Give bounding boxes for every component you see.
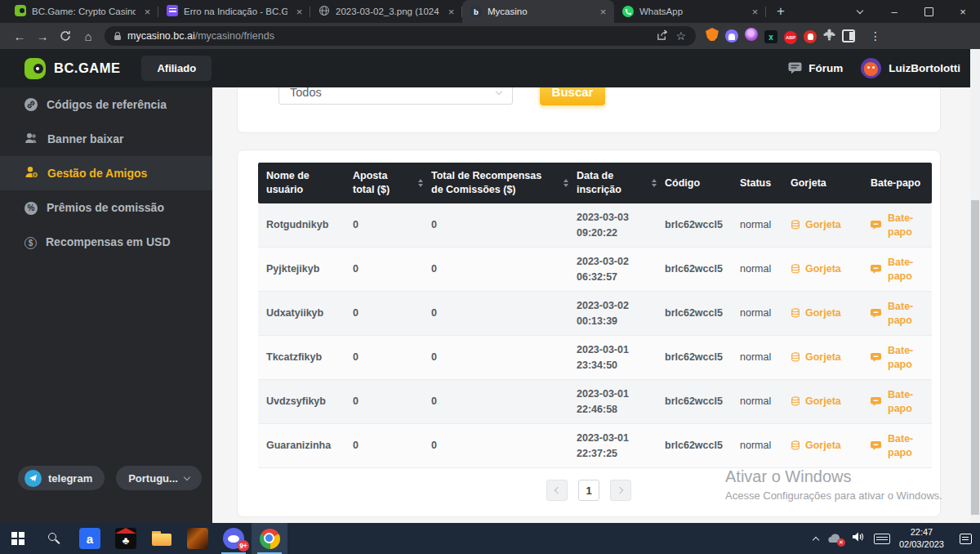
telegram-button[interactable]: telegram [18, 466, 105, 490]
cell-bet-total: 0 [345, 438, 423, 453]
forward-icon[interactable]: → [31, 25, 54, 47]
sidebar-item-percent[interactable]: %Prêmios de comissão [0, 190, 212, 225]
tip-link[interactable]: Gorjeta [782, 438, 862, 453]
forum-link[interactable]: Fórum [788, 62, 843, 74]
hand-blocker-icon[interactable] [804, 29, 817, 43]
sidebar-item-users[interactable]: Banner baixar [0, 122, 212, 156]
taskbar-start-button[interactable] [0, 523, 36, 554]
bookmark-star-icon[interactable]: ☆ [675, 29, 686, 42]
chat-link[interactable]: Bate-papo [862, 388, 932, 416]
scrollbar-track[interactable] [970, 49, 980, 523]
touch-keyboard-icon[interactable] [874, 534, 890, 544]
new-tab-button[interactable]: + [769, 0, 792, 23]
tip-link[interactable]: Gorjeta [782, 350, 862, 365]
taskbar-forge-button[interactable] [180, 523, 216, 554]
tab-search-icon[interactable] [843, 0, 877, 23]
browser-tab[interactable]: Erro na Indicação - BC.Game× [158, 0, 310, 23]
cell-status: normal [732, 394, 782, 409]
pagination-current-page[interactable]: 1 [578, 480, 599, 501]
taskbar-chrome-button[interactable] [252, 523, 287, 554]
brand[interactable]: BC.GAME [24, 58, 120, 79]
taskbar-search-button[interactable] [36, 523, 72, 554]
tab-close-icon[interactable]: × [293, 6, 305, 18]
chat-inner: Bate-papo [871, 432, 932, 460]
chat-link[interactable]: Bate-papo [862, 300, 932, 328]
globe-favicon-icon [318, 5, 330, 18]
puzzle-icon[interactable] [823, 29, 835, 44]
chat-link[interactable]: Bate-papo [862, 256, 932, 284]
table-row: Pyjktejikyb002023-03-0206:32:57brlc62wcc… [258, 248, 932, 292]
minimize-button[interactable]: – [877, 0, 911, 23]
pagination-next-button[interactable] [610, 480, 631, 501]
tip-inner: Gorjeta [791, 217, 862, 233]
action-center-icon[interactable] [960, 534, 972, 544]
share-icon[interactable] [657, 29, 669, 43]
taskbar-discord-button[interactable]: 9+ [216, 523, 252, 554]
chat-link[interactable]: Bate-papo [862, 344, 932, 372]
brand-name: BC.GAME [54, 60, 120, 76]
menu-dots-icon[interactable]: ⋮ [868, 29, 883, 43]
phantom-icon[interactable] [725, 29, 738, 43]
browser-tab[interactable]: bMycasino× [462, 0, 614, 23]
sidebar-item-label: Gestão de Amigos [47, 167, 147, 180]
tip-link[interactable]: Gorjeta [782, 306, 862, 321]
table-row: Udxatyiikyb002023-03-0200:13:39brlc62wcc… [258, 292, 932, 336]
sidebar-item-link[interactable]: Códigos de referência [0, 87, 212, 122]
browser-tab[interactable]: WhatsApp× [614, 0, 766, 23]
tab-title: 2023-03-02_3.png (1024×76 [336, 7, 439, 16]
table-row: Rotgudnikyb002023-03-0309:20:22brlc62wcc… [258, 203, 932, 248]
network-disconnected-icon[interactable]: ✕ [827, 533, 843, 544]
swirl-icon[interactable] [745, 28, 758, 44]
tab-close-icon[interactable]: × [141, 6, 154, 18]
username[interactable]: LuizBortolotti [889, 62, 960, 74]
affiliate-badge[interactable]: Afiliado [141, 56, 212, 81]
taskbar-casino-button[interactable]: ♣ [108, 523, 144, 554]
table-row: Guaranizinha002023-03-0122:37:25brlc62wc… [258, 424, 932, 468]
taskbar-amd-button[interactable]: a [72, 523, 108, 554]
cell-status: normal [732, 306, 782, 321]
reload-icon[interactable] [54, 25, 77, 47]
sidebar-item-label: Prêmios de comissão [47, 201, 164, 214]
tip-link[interactable]: Gorjeta [782, 261, 862, 277]
taskbar-explorer-button[interactable] [144, 523, 180, 554]
tray-expand-icon[interactable] [813, 536, 819, 543]
cell-code: brlc62wccl5 [657, 350, 732, 365]
tip-link[interactable]: Gorjeta [782, 394, 862, 409]
user-avatar[interactable] [861, 58, 881, 78]
close-window-button[interactable]: × [946, 0, 980, 23]
tab-close-icon[interactable]: × [749, 6, 761, 18]
telegram-label: telegram [48, 472, 92, 485]
chat-inner: Bate-papo [871, 256, 932, 284]
filter-select[interactable]: Todos [278, 87, 513, 105]
adblock-icon[interactable]: ABP [784, 28, 797, 44]
back-icon[interactable]: ← [8, 25, 31, 47]
maximize-button[interactable] [911, 0, 946, 23]
metamask-icon[interactable] [706, 28, 719, 44]
percent-icon: % [24, 200, 38, 215]
tab-close-icon[interactable]: × [597, 6, 609, 18]
split-screen-icon[interactable] [842, 29, 855, 43]
volume-icon[interactable] [852, 531, 865, 546]
signup-date: 2023-03-02 [577, 254, 657, 270]
scrollbar-thumb[interactable] [971, 200, 979, 515]
cell-bet-total: 0 [345, 306, 423, 321]
sidebar-item-user-plus[interactable]: Gestão de Amigos [0, 156, 212, 190]
sidebar-item-dollar[interactable]: $Recompensas em USD [0, 225, 212, 259]
pagination-prev-button[interactable] [546, 480, 568, 501]
browser-tab[interactable]: BC.Game: Crypto Casino Gam× [7, 0, 158, 23]
tab-close-icon[interactable]: × [445, 6, 457, 18]
watermark-subtitle: Acesse Configurações para ativar o Windo… [725, 489, 942, 502]
cell-signup-date: 2023-03-0206:32:57 [568, 254, 657, 285]
tip-link[interactable]: Gorjeta [782, 217, 862, 233]
url-bar[interactable]: mycasino.bc.ai/mycasino/friends ☆ [105, 26, 696, 46]
chat-link[interactable]: Bate-papo [862, 432, 932, 460]
chat-link[interactable]: Bate-papo [862, 212, 932, 239]
taskbar-clock[interactable]: 22:47 02/03/2023 [899, 526, 944, 552]
tab-title: Erro na Indicação - BC.Game [184, 7, 287, 16]
column-label: Bate-papo [871, 176, 920, 190]
search-button[interactable]: Buscar [540, 87, 605, 105]
language-selector[interactable]: Portugu... [116, 466, 202, 490]
teal-x-icon[interactable]: x [764, 29, 777, 44]
home-icon[interactable]: ⌂ [77, 25, 100, 47]
browser-tab[interactable]: 2023-03-02_3.png (1024×76× [310, 0, 462, 23]
